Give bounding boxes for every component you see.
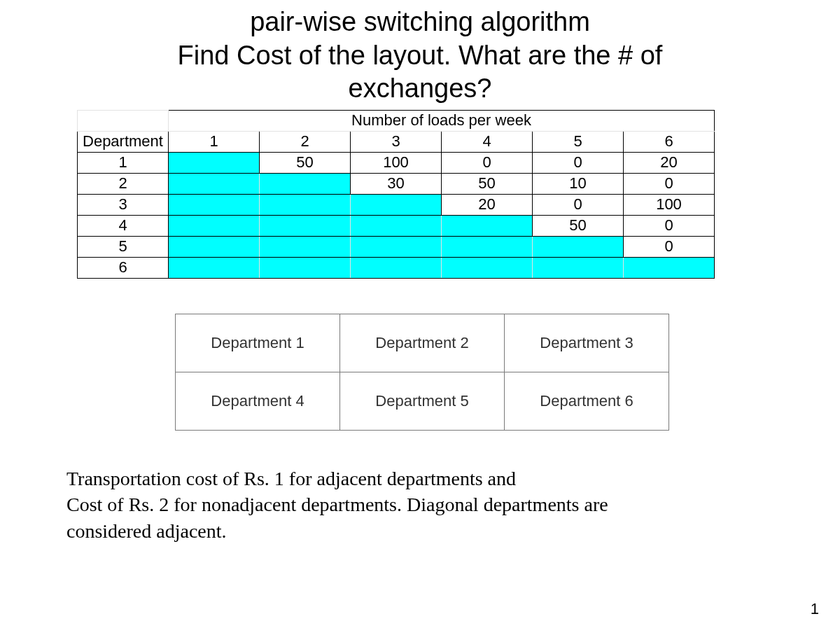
col-header-5: 5 [533,131,624,152]
col-header-6: 6 [624,131,715,152]
cost-line-3: considered adjacent. [66,518,766,545]
table-row: 1 50 100 0 0 20 [78,152,715,173]
dept-cell-4: Department 4 [176,372,340,430]
col-header-3: 3 [351,131,442,152]
cost-line-2: Cost of Rs. 2 for nonadjacent department… [66,491,766,518]
cell-5-4 [442,236,533,257]
cell-4-1 [169,215,260,236]
cell-5-1 [169,236,260,257]
cell-6-3 [351,257,442,278]
cell-1-3: 100 [351,152,442,173]
table-row: 6 [78,257,715,278]
loads-table-container: Number of loads per week Department 1 2 … [77,110,840,279]
table-row: Department 4 Department 5 Department 6 [176,372,669,430]
loads-title-cell: Number of loads per week [169,110,715,131]
cell-1-2: 50 [260,152,351,173]
cell-2-5: 10 [533,173,624,194]
title-line-1: pair-wise switching algorithm [0,6,840,39]
col-header-1: 1 [169,131,260,152]
row-2-label: 2 [78,173,169,194]
cell-3-6: 100 [624,194,715,215]
cell-2-6: 0 [624,173,715,194]
cell-5-3 [351,236,442,257]
cell-3-1 [169,194,260,215]
layout-grid: Department 1 Department 2 Department 3 D… [175,314,669,431]
cell-1-1 [169,152,260,173]
table-row: Number of loads per week [78,110,715,131]
cell-1-6: 20 [624,152,715,173]
table-row: 3 20 0 100 [78,194,715,215]
table-row: Department 1 2 3 4 5 6 [78,131,715,152]
cell-3-3 [351,194,442,215]
slide-title: pair-wise switching algorithm Find Cost … [0,6,840,106]
cell-6-1 [169,257,260,278]
layout-grid-container: Department 1 Department 2 Department 3 D… [175,314,840,431]
cell-6-5 [533,257,624,278]
cell-5-5 [533,236,624,257]
table-row: 5 0 [78,236,715,257]
title-line-2: Find Cost of the layout. What are the # … [0,39,840,73]
table-row: 2 30 50 10 0 [78,173,715,194]
cell-4-3 [351,215,442,236]
dept-cell-2: Department 2 [340,314,505,372]
cell-3-4: 20 [442,194,533,215]
cell-5-6: 0 [624,236,715,257]
col-header-4: 4 [442,131,533,152]
page-number: 1 [811,600,819,618]
cell-4-5: 50 [533,215,624,236]
row-label-header: Department [78,131,169,152]
cell-4-2 [260,215,351,236]
row-1-label: 1 [78,152,169,173]
dept-cell-3: Department 3 [505,314,669,372]
cell-5-2 [260,236,351,257]
cell-4-6: 0 [624,215,715,236]
cell-6-2 [260,257,351,278]
cell-1-4: 0 [442,152,533,173]
cell-3-5: 0 [533,194,624,215]
row-5-label: 5 [78,236,169,257]
cell-3-2 [260,194,351,215]
cell-4-4 [442,215,533,236]
cell-2-3: 30 [351,173,442,194]
row-3-label: 3 [78,194,169,215]
cell-2-4: 50 [442,173,533,194]
cost-explanation: Transportation cost of Rs. 1 for adjacen… [66,466,766,545]
col-header-2: 2 [260,131,351,152]
dept-cell-1: Department 1 [176,314,340,372]
cell-2-1 [169,173,260,194]
loads-table: Number of loads per week Department 1 2 … [77,110,715,279]
cell-1-5: 0 [533,152,624,173]
cell-6-4 [442,257,533,278]
cell-2-2 [260,173,351,194]
cell-6-6 [624,257,715,278]
table-row: Department 1 Department 2 Department 3 [176,314,669,372]
row-6-label: 6 [78,257,169,278]
title-line-3: exchanges? [0,72,840,106]
dept-cell-5: Department 5 [340,372,505,430]
dept-cell-6: Department 6 [505,372,669,430]
cost-line-1: Transportation cost of Rs. 1 for adjacen… [66,466,766,492]
row-4-label: 4 [78,215,169,236]
table-row: 4 50 0 [78,215,715,236]
